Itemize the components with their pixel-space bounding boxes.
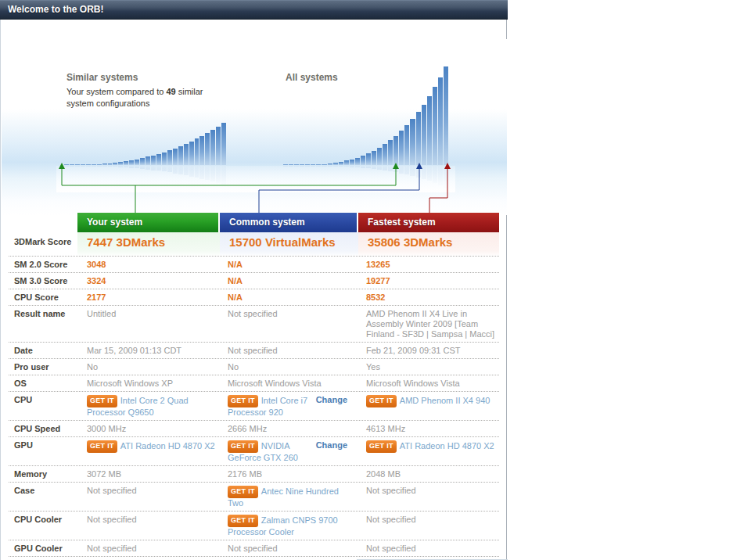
distribution-bar bbox=[129, 160, 134, 165]
distribution-bar bbox=[350, 160, 354, 165]
distribution-bar bbox=[216, 127, 221, 165]
value-text: Not specified bbox=[366, 544, 416, 553]
get-it-badge[interactable]: GET IT bbox=[87, 395, 117, 407]
score-value: 19277 bbox=[366, 276, 390, 285]
row-label: GPU bbox=[9, 437, 77, 465]
get-it-badge[interactable]: GET IT bbox=[228, 486, 258, 498]
window-titlebar: Welcome to the ORB! bbox=[0, 0, 508, 20]
cell-common: N/A bbox=[220, 273, 358, 289]
distribution-bar bbox=[388, 140, 393, 165]
cell-fastest: Not specified bbox=[358, 540, 499, 556]
cell-common: Not specified bbox=[220, 540, 358, 556]
change-link[interactable]: Change bbox=[316, 395, 347, 405]
distribution-bar bbox=[108, 163, 113, 165]
get-it-badge[interactable]: GET IT bbox=[366, 440, 397, 453]
cell-fastest: 35806 3DMarks bbox=[358, 232, 499, 256]
distribution-bar bbox=[64, 164, 69, 165]
row-label: SM 2.0 Score bbox=[9, 257, 77, 272]
distribution-bar bbox=[372, 151, 376, 165]
orb-welcome-page: Welcome to the ORB! Similar systems Your… bbox=[0, 0, 751, 560]
product-link[interactable]: AMD Phenom II X4 940 bbox=[400, 396, 490, 405]
distribution-bar bbox=[135, 160, 139, 165]
distribution-bar bbox=[361, 156, 365, 165]
value-text: Not specified bbox=[228, 544, 278, 553]
get-it-badge[interactable]: GET IT bbox=[228, 515, 258, 527]
change-link[interactable]: Change bbox=[316, 440, 347, 451]
distribution-bar bbox=[283, 164, 288, 165]
table-row: Pro userNoNoYes bbox=[9, 359, 499, 375]
row-label: Case bbox=[9, 483, 77, 511]
product-link[interactable]: ATI Radeon HD 4870 X2 bbox=[120, 441, 215, 451]
row-label: CPU Score bbox=[9, 289, 77, 305]
table-row: GPU CoolerNot specifiedNot specifiedNot … bbox=[9, 540, 499, 557]
value-text: Mar 15, 2009 01:13 CDT bbox=[87, 346, 181, 355]
distribution-bar bbox=[118, 162, 123, 165]
cell-fastest: GET ITAMD Phenom II X4 940 bbox=[358, 392, 499, 420]
distribution-bar bbox=[86, 164, 91, 165]
value-text: 2176 MB bbox=[228, 469, 262, 479]
value-text: Not specified bbox=[366, 486, 416, 495]
value-text: 2048 MB bbox=[366, 469, 401, 479]
table-row: CPUGET ITIntel Core 2 Quad Processor Q96… bbox=[9, 392, 499, 421]
row-label: Case cooler bbox=[9, 557, 77, 560]
cell-fastest: AMD Phenom II X4 Live in Assembly Winter… bbox=[358, 306, 499, 342]
distribution-bar bbox=[433, 87, 437, 165]
score-value: 35806 3DMarks bbox=[368, 235, 452, 249]
distribution-bar bbox=[184, 144, 189, 165]
row-label: GPU Cooler bbox=[9, 540, 77, 556]
cell-your: 3072 MB bbox=[77, 466, 220, 482]
distribution-bar bbox=[366, 153, 371, 165]
distribution-bar bbox=[146, 156, 150, 165]
get-it-badge[interactable]: GET IT bbox=[228, 395, 258, 407]
distribution-bar bbox=[311, 164, 315, 165]
table-row: SM 2.0 Score3048N/A13265 bbox=[9, 257, 499, 273]
distribution-bar bbox=[339, 162, 343, 165]
table-row: SM 3.0 Score3324N/A19277 bbox=[9, 273, 499, 289]
distribution-bar bbox=[377, 148, 382, 165]
value-text: Not specified bbox=[366, 515, 416, 524]
row-label: CPU Cooler bbox=[9, 512, 77, 540]
distribution-bar bbox=[294, 164, 299, 165]
distribution-bar bbox=[173, 149, 178, 165]
table-row: DateMar 15, 2009 01:13 CDTNot specifiedF… bbox=[9, 343, 499, 359]
distribution-bar bbox=[156, 154, 161, 165]
get-it-badge[interactable]: GET IT bbox=[87, 440, 117, 453]
comparison-table-header: Your system Common system Fastest system bbox=[77, 213, 499, 232]
distribution-bar bbox=[167, 150, 172, 165]
score-value: 3048 bbox=[87, 260, 106, 269]
value-text: Not specified bbox=[87, 544, 137, 553]
distribution-bar bbox=[416, 112, 421, 165]
get-it-badge[interactable]: GET IT bbox=[366, 395, 397, 407]
distribution-bar bbox=[399, 131, 404, 165]
distribution-bar bbox=[97, 164, 102, 165]
distribution-bar bbox=[113, 163, 117, 165]
distribution-bar bbox=[444, 66, 448, 165]
similar-systems-heading: Similar systems bbox=[66, 72, 138, 83]
value-text: Microsoft Windows XP bbox=[87, 379, 173, 388]
row-label: SM 3.0 Score bbox=[9, 273, 77, 289]
row-label: Pro user bbox=[9, 359, 77, 375]
value-text: Not specified bbox=[87, 486, 137, 495]
cell-fastest: Yes bbox=[358, 359, 499, 375]
distribution-bar bbox=[300, 164, 304, 165]
cell-your: GET ITATI Radeon HD 4870 X2 bbox=[77, 437, 220, 465]
value-text: Not specified bbox=[228, 309, 278, 318]
cell-common: Not specified bbox=[220, 306, 358, 342]
get-it-badge[interactable]: GET IT bbox=[228, 440, 258, 453]
distribution-bar bbox=[199, 136, 204, 165]
cell-your: Microsoft Windows XP bbox=[77, 375, 220, 391]
cell-your: Not specified bbox=[77, 557, 220, 560]
distribution-bar bbox=[92, 164, 96, 165]
value-text: 3000 MHz bbox=[87, 424, 126, 433]
cell-your: 2177 bbox=[77, 289, 220, 305]
value-text: 2666 MHz bbox=[228, 424, 267, 433]
distribution-charts: Similar systems Your system compared to … bbox=[2, 39, 507, 215]
cell-common: ChangeGET ITIntel Core i7 Processor 920 bbox=[220, 392, 358, 420]
column-header-common-system: Common system bbox=[220, 213, 357, 232]
column-header-your-system: Your system bbox=[77, 213, 218, 232]
value-text: 3072 MB bbox=[87, 469, 121, 479]
cell-fastest: Feb 21, 2009 09:31 CST bbox=[358, 343, 499, 358]
distribution-bar bbox=[404, 125, 409, 165]
product-link[interactable]: ATI Radeon HD 4870 X2 bbox=[400, 441, 494, 451]
cell-fastest: 2048 MB bbox=[358, 466, 499, 482]
